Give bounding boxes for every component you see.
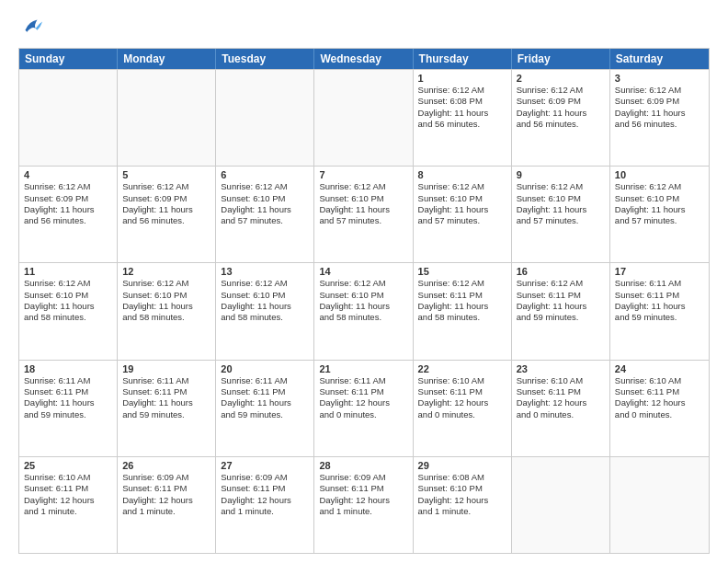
cell-line: Sunset: 6:10 PM <box>418 193 506 204</box>
cal-cell-1-5: 1Sunrise: 6:12 AMSunset: 6:08 PMDaylight… <box>414 70 512 166</box>
day-number: 27 <box>221 460 309 471</box>
cell-line: Daylight: 11 hours <box>24 204 112 215</box>
cell-line: Daylight: 11 hours <box>24 301 112 312</box>
cell-line: Sunrise: 6:08 AM <box>418 472 506 483</box>
day-number: 23 <box>517 363 605 374</box>
day-number: 11 <box>24 266 112 277</box>
cell-line: and 59 minutes. <box>24 409 112 420</box>
day-number: 4 <box>24 169 112 180</box>
cell-line: Sunset: 6:11 PM <box>319 386 407 397</box>
cell-line: Daylight: 11 hours <box>24 397 112 408</box>
cell-line: Sunrise: 6:12 AM <box>24 278 112 289</box>
calendar-body: 1Sunrise: 6:12 AMSunset: 6:08 PMDaylight… <box>19 69 709 553</box>
cell-line: Sunset: 6:11 PM <box>517 386 605 397</box>
col-header-thursday: Thursday <box>414 49 512 69</box>
day-number: 29 <box>418 460 506 471</box>
cell-line: and 56 minutes. <box>517 119 605 130</box>
day-number: 22 <box>418 363 506 374</box>
cell-line: Sunrise: 6:12 AM <box>122 278 210 289</box>
cal-cell-3-1: 11Sunrise: 6:12 AMSunset: 6:10 PMDayligh… <box>19 263 118 359</box>
cell-line: Sunrise: 6:12 AM <box>24 181 112 192</box>
cell-line: Daylight: 11 hours <box>517 108 605 119</box>
day-number: 24 <box>615 363 704 374</box>
col-header-saturday: Saturday <box>610 49 709 69</box>
cell-line: Sunset: 6:11 PM <box>221 483 309 494</box>
day-number: 8 <box>418 169 506 180</box>
cell-line: Sunset: 6:11 PM <box>319 483 407 494</box>
cell-line: Daylight: 11 hours <box>418 108 506 119</box>
cell-line: and 1 minute. <box>418 506 506 517</box>
cell-line: and 0 minutes. <box>615 409 704 420</box>
cal-cell-4-2: 19Sunrise: 6:11 AMSunset: 6:11 PMDayligh… <box>118 361 216 456</box>
cal-cell-5-5: 29Sunrise: 6:08 AMSunset: 6:10 PMDayligh… <box>414 457 512 553</box>
cell-line: Daylight: 11 hours <box>319 301 407 312</box>
cell-line: and 1 minute. <box>319 506 407 517</box>
cell-line: Sunset: 6:09 PM <box>517 96 605 107</box>
cal-cell-5-7 <box>610 457 709 553</box>
week-row-3: 11Sunrise: 6:12 AMSunset: 6:10 PMDayligh… <box>19 262 709 359</box>
day-number: 18 <box>24 363 112 374</box>
cal-cell-3-2: 12Sunrise: 6:12 AMSunset: 6:10 PMDayligh… <box>118 263 216 359</box>
cell-line: and 56 minutes. <box>122 215 210 226</box>
cell-line: Daylight: 12 hours <box>319 495 407 506</box>
cell-line: and 59 minutes. <box>517 312 605 323</box>
cell-line: Sunset: 6:11 PM <box>517 290 605 301</box>
cell-line: and 57 minutes. <box>221 215 309 226</box>
cell-line: Daylight: 12 hours <box>319 397 407 408</box>
cell-line: and 56 minutes. <box>24 215 112 226</box>
cell-line: and 56 minutes. <box>615 119 704 130</box>
cal-cell-3-4: 14Sunrise: 6:12 AMSunset: 6:10 PMDayligh… <box>314 263 413 359</box>
cell-line: Daylight: 11 hours <box>615 204 704 215</box>
cell-line: Sunrise: 6:12 AM <box>319 181 407 192</box>
cell-line: Sunset: 6:10 PM <box>24 290 112 301</box>
cal-cell-5-3: 27Sunrise: 6:09 AMSunset: 6:11 PMDayligh… <box>216 457 314 553</box>
cell-line: Sunrise: 6:12 AM <box>517 85 605 96</box>
calendar: SundayMondayTuesdayWednesdayThursdayFrid… <box>18 48 710 554</box>
cell-line: Sunset: 6:11 PM <box>122 483 210 494</box>
cell-line: and 56 minutes. <box>418 119 506 130</box>
day-number: 1 <box>418 73 506 84</box>
col-header-tuesday: Tuesday <box>216 49 314 69</box>
cell-line: Sunset: 6:11 PM <box>615 386 704 397</box>
cell-line: Daylight: 11 hours <box>517 204 605 215</box>
col-header-monday: Monday <box>118 49 216 69</box>
week-row-2: 4Sunrise: 6:12 AMSunset: 6:09 PMDaylight… <box>19 166 709 262</box>
calendar-header: SundayMondayTuesdayWednesdayThursdayFrid… <box>19 49 709 69</box>
day-number: 16 <box>517 266 605 277</box>
cell-line: Sunset: 6:10 PM <box>122 290 210 301</box>
cal-cell-2-4: 7Sunrise: 6:12 AMSunset: 6:10 PMDaylight… <box>314 167 413 262</box>
cell-line: Daylight: 12 hours <box>24 495 112 506</box>
cal-cell-5-6 <box>512 457 610 553</box>
cell-line: Sunrise: 6:09 AM <box>319 472 407 483</box>
header <box>18 15 710 40</box>
cell-line: Sunset: 6:10 PM <box>221 193 309 204</box>
cal-cell-2-7: 10Sunrise: 6:12 AMSunset: 6:10 PMDayligh… <box>610 167 709 262</box>
cell-line: Sunrise: 6:12 AM <box>615 181 704 192</box>
cell-line: Daylight: 11 hours <box>319 204 407 215</box>
cell-line: Sunrise: 6:12 AM <box>517 278 605 289</box>
cell-line: and 1 minute. <box>122 506 210 517</box>
cell-line: Daylight: 11 hours <box>221 397 309 408</box>
cell-line: Sunset: 6:10 PM <box>221 290 309 301</box>
cell-line: Sunset: 6:08 PM <box>418 96 506 107</box>
cell-line: and 1 minute. <box>221 506 309 517</box>
cell-line: and 58 minutes. <box>221 312 309 323</box>
cell-line: Sunrise: 6:12 AM <box>122 181 210 192</box>
cell-line: Sunrise: 6:12 AM <box>418 181 506 192</box>
cal-cell-3-7: 17Sunrise: 6:11 AMSunset: 6:11 PMDayligh… <box>610 263 709 359</box>
cell-line: and 59 minutes. <box>615 312 704 323</box>
day-number: 19 <box>122 363 210 374</box>
cell-line: and 57 minutes. <box>418 215 506 226</box>
cell-line: Sunrise: 6:11 AM <box>615 278 704 289</box>
cal-cell-3-6: 16Sunrise: 6:12 AMSunset: 6:11 PMDayligh… <box>512 263 610 359</box>
cal-cell-4-7: 24Sunrise: 6:10 AMSunset: 6:11 PMDayligh… <box>610 361 709 456</box>
cell-line: Sunrise: 6:09 AM <box>122 472 210 483</box>
day-number: 20 <box>221 363 309 374</box>
logo-bird-icon <box>18 15 44 40</box>
cal-cell-1-6: 2Sunrise: 6:12 AMSunset: 6:09 PMDaylight… <box>512 70 610 166</box>
day-number: 28 <box>319 460 407 471</box>
day-number: 25 <box>24 460 112 471</box>
cell-line: Daylight: 11 hours <box>122 397 210 408</box>
cal-cell-4-6: 23Sunrise: 6:10 AMSunset: 6:11 PMDayligh… <box>512 361 610 456</box>
cell-line: Sunrise: 6:10 AM <box>517 375 605 386</box>
